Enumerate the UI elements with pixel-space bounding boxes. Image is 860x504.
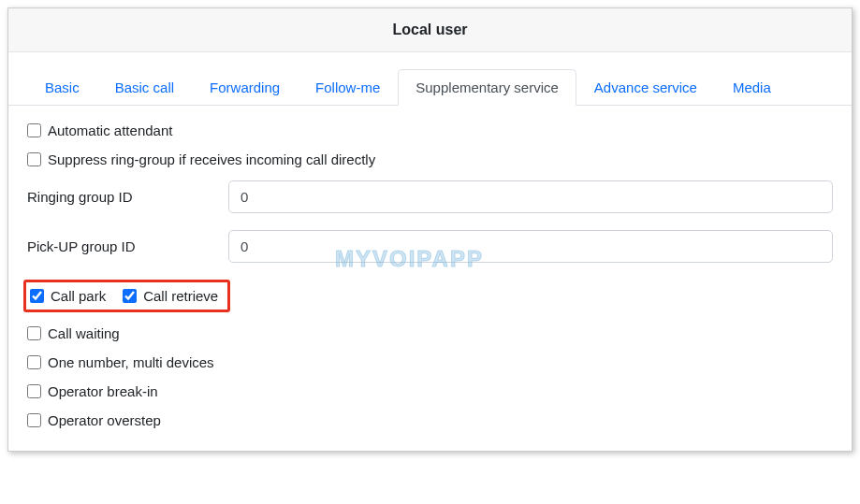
operator-overstep-checkbox[interactable] [27,413,41,427]
call-waiting-label[interactable]: Call waiting [48,325,120,341]
automatic-attendant-label[interactable]: Automatic attendant [48,122,172,138]
pickup-group-id-input[interactable] [228,230,833,263]
ringing-group-id-input[interactable] [228,180,833,213]
pickup-group-id-label: Pick-UP group ID [27,238,228,254]
one-number-multi-devices-label[interactable]: One number, multi devices [48,354,214,370]
one-number-multi-devices-checkbox[interactable] [27,355,41,369]
call-retrieve-checkbox[interactable] [123,289,137,303]
tab-advance-service[interactable]: Advance service [576,69,715,106]
ringing-group-id-label: Ringing group ID [27,189,228,205]
suppress-ring-group-label[interactable]: Suppress ring-group if receives incoming… [48,151,375,167]
tab-media[interactable]: Media [715,69,789,106]
automatic-attendant-checkbox[interactable] [27,123,41,137]
tab-basic-call[interactable]: Basic call [97,69,192,106]
call-park-label[interactable]: Call park [51,288,106,304]
operator-break-in-label[interactable]: Operator break-in [48,383,158,399]
panel-title: Local user [8,8,852,52]
call-waiting-checkbox[interactable] [27,326,41,340]
tab-supplementary-service[interactable]: Supplementary service [398,69,576,106]
tab-content: Automatic attendant Suppress ring-group … [8,106,852,451]
tab-follow-me[interactable]: Follow-me [298,69,398,106]
call-park-checkbox[interactable] [30,289,44,303]
tab-basic[interactable]: Basic [27,69,97,106]
operator-overstep-label[interactable]: Operator overstep [48,412,161,428]
operator-break-in-checkbox[interactable] [27,384,41,398]
call-retrieve-label[interactable]: Call retrieve [143,288,218,304]
tab-forwarding[interactable]: Forwarding [192,69,298,106]
highlight-box: Call park Call retrieve [23,280,230,312]
local-user-panel: Local user Basic Basic call Forwarding F… [7,7,853,452]
suppress-ring-group-checkbox[interactable] [27,152,41,166]
tab-bar: Basic Basic call Forwarding Follow-me Su… [8,52,852,106]
